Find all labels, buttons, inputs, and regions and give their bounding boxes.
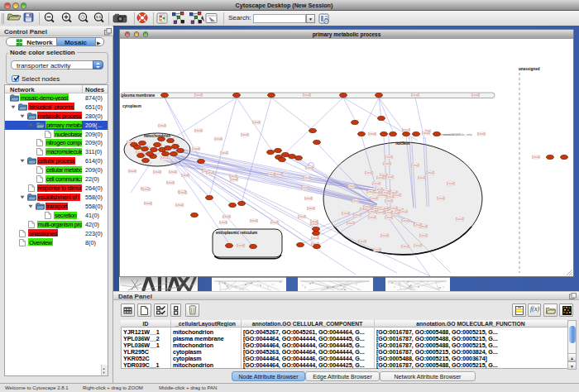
svg-text:[Lev=4]: [Lev=4] bbox=[128, 170, 136, 173]
svg-text:[Lev=4]: [Lev=4] bbox=[142, 188, 150, 191]
svg-text:[Lev=4]: [Lev=4] bbox=[275, 173, 282, 176]
svg-text:[Lev=4]: [Lev=4] bbox=[169, 170, 176, 174]
svg-text:[Lev=4]: [Lev=4] bbox=[477, 132, 485, 136]
svg-text:[Lev=4]: [Lev=4] bbox=[426, 171, 433, 174]
svg-text:mitochondrion: mitochondrion bbox=[144, 134, 170, 138]
svg-text:[Lev=4]: [Lev=4] bbox=[352, 199, 359, 203]
svg-text:[Lev=4]: [Lev=4] bbox=[158, 124, 165, 127]
svg-text:[Lev=4]: [Lev=4] bbox=[366, 190, 374, 194]
svg-text:[Lev=4]: [Lev=4] bbox=[237, 244, 244, 247]
svg-text:[Lev=4]: [Lev=4] bbox=[377, 208, 385, 211]
svg-text:[Lev=4]: [Lev=4] bbox=[373, 248, 380, 251]
svg-text:[Lev=4]: [Lev=4] bbox=[303, 176, 310, 179]
svg-text:[Lev=4]: [Lev=4] bbox=[342, 212, 349, 215]
svg-text:[Lev=4]: [Lev=4] bbox=[368, 132, 376, 136]
svg-text:[Lev=4]: [Lev=4] bbox=[471, 93, 479, 97]
svg-text:[Lev=4]: [Lev=4] bbox=[456, 218, 463, 221]
svg-text:[Lev=4]: [Lev=4] bbox=[380, 234, 388, 237]
svg-text:[Lev=4]: [Lev=4] bbox=[153, 170, 160, 174]
svg-text:[Lev=4]: [Lev=4] bbox=[383, 162, 390, 165]
svg-text:[Lev=4]: [Lev=4] bbox=[385, 199, 392, 203]
svg-text:[Lev=4]: [Lev=4] bbox=[230, 178, 237, 181]
svg-text:[Lev=4]: [Lev=4] bbox=[414, 244, 421, 247]
svg-text:[Lev=4]: [Lev=4] bbox=[447, 182, 454, 185]
svg-text:nucleus: nucleus bbox=[395, 141, 410, 146]
svg-text:[Lev=4]: [Lev=4] bbox=[311, 237, 318, 240]
svg-text:[Lev=4]: [Lev=4] bbox=[393, 194, 400, 197]
svg-text:plasma membrane: plasma membrane bbox=[122, 93, 156, 98]
svg-text:[Lev=4]: [Lev=4] bbox=[160, 156, 168, 160]
svg-text:annotation.GO=cellular_comp: annotation.GO=cellular_comp bbox=[439, 133, 472, 136]
svg-text:[Lev=4]: [Lev=4] bbox=[385, 155, 392, 159]
svg-text:[Lev=4]: [Lev=4] bbox=[241, 133, 248, 136]
svg-text:[Lev=4]: [Lev=4] bbox=[214, 137, 222, 141]
svg-text:[Lev=4]: [Lev=4] bbox=[252, 121, 260, 124]
svg-text:[Lev=4]: [Lev=4] bbox=[303, 93, 310, 97]
svg-text:[Lev=4]: [Lev=4] bbox=[305, 166, 313, 170]
svg-text:[Lev=4]: [Lev=4] bbox=[391, 212, 399, 215]
svg-text:[Lev=4]: [Lev=4] bbox=[376, 211, 384, 214]
svg-text:[Lev=4]: [Lev=4] bbox=[365, 171, 372, 174]
svg-text:[Lev=4]: [Lev=4] bbox=[270, 221, 278, 224]
svg-text:[Lev=4]: [Lev=4] bbox=[175, 203, 183, 207]
svg-text:[Lev=4]: [Lev=4] bbox=[414, 223, 421, 227]
svg-text:[Lev=4]: [Lev=4] bbox=[411, 164, 419, 167]
svg-text:[Lev=4]: [Lev=4] bbox=[385, 175, 393, 179]
svg-text:[Lev=4]: [Lev=4] bbox=[206, 171, 213, 174]
svg-text:[Lev=4]: [Lev=4] bbox=[304, 197, 312, 200]
svg-text:[Lev=4]: [Lev=4] bbox=[381, 191, 389, 194]
svg-text:[Lev=4]: [Lev=4] bbox=[220, 151, 227, 155]
svg-text:[Lev=4]: [Lev=4] bbox=[363, 205, 371, 208]
svg-text:[Lev=4]: [Lev=4] bbox=[419, 234, 427, 237]
svg-text:[Lev=4]: [Lev=4] bbox=[310, 222, 318, 226]
svg-text:[Lev=4]: [Lev=4] bbox=[181, 174, 189, 177]
svg-text:[Lev=4]: [Lev=4] bbox=[223, 215, 230, 218]
svg-text:[Lev=4]: [Lev=4] bbox=[250, 219, 257, 222]
svg-text:[Lev=4]: [Lev=4] bbox=[192, 147, 199, 151]
svg-text:[Lev=4]: [Lev=4] bbox=[179, 191, 186, 194]
svg-text:[Lev=4]: [Lev=4] bbox=[400, 210, 407, 213]
svg-text:[Lev=4]: [Lev=4] bbox=[422, 131, 429, 135]
svg-text:[Lev=4]: [Lev=4] bbox=[532, 155, 539, 159]
svg-text:[Lev=4]: [Lev=4] bbox=[376, 176, 384, 179]
svg-text:endoplasmic reticulum: endoplasmic reticulum bbox=[216, 231, 257, 235]
svg-text:[Lev=4]: [Lev=4] bbox=[194, 129, 202, 132]
svg-text:[Lev=4]: [Lev=4] bbox=[301, 186, 309, 189]
svg-text:[Lev=4]: [Lev=4] bbox=[307, 207, 314, 210]
svg-text:[Lev=4]: [Lev=4] bbox=[166, 181, 174, 184]
svg-text:[Lev=4]: [Lev=4] bbox=[358, 240, 366, 243]
svg-text:[Lev=4]: [Lev=4] bbox=[372, 182, 380, 185]
svg-text:[Lev=4]: [Lev=4] bbox=[401, 245, 409, 248]
svg-text:unassigned: unassigned bbox=[519, 67, 540, 71]
svg-text:[Lev=4]: [Lev=4] bbox=[370, 197, 377, 200]
svg-text:[Lev=4]: [Lev=4] bbox=[390, 207, 397, 210]
svg-text:[Lev=4]: [Lev=4] bbox=[353, 213, 361, 217]
svg-text:[Lev=4]: [Lev=4] bbox=[194, 93, 202, 97]
svg-text:[Lev=4]: [Lev=4] bbox=[368, 210, 376, 213]
svg-text:[Lev=4]: [Lev=4] bbox=[418, 176, 425, 179]
svg-text:[Lev=4]: [Lev=4] bbox=[144, 202, 151, 205]
svg-text:[Lev=4]: [Lev=4] bbox=[298, 215, 305, 218]
svg-text:[Lev=4]: [Lev=4] bbox=[347, 184, 355, 188]
svg-text:[Lev=4]: [Lev=4] bbox=[347, 222, 354, 225]
svg-text:1:1: 1:1 bbox=[96, 15, 102, 19]
svg-text:[Lev=4]: [Lev=4] bbox=[437, 197, 444, 200]
svg-text:[Lev=4]: [Lev=4] bbox=[411, 93, 419, 97]
svg-text:cytoplasm: cytoplasm bbox=[122, 104, 141, 108]
svg-text:[Lev=4]: [Lev=4] bbox=[401, 219, 409, 222]
svg-text:[Lev=4]: [Lev=4] bbox=[219, 221, 227, 224]
svg-text:[Lev=4]: [Lev=4] bbox=[368, 216, 376, 219]
svg-text:[Lev=4]: [Lev=4] bbox=[385, 216, 392, 219]
